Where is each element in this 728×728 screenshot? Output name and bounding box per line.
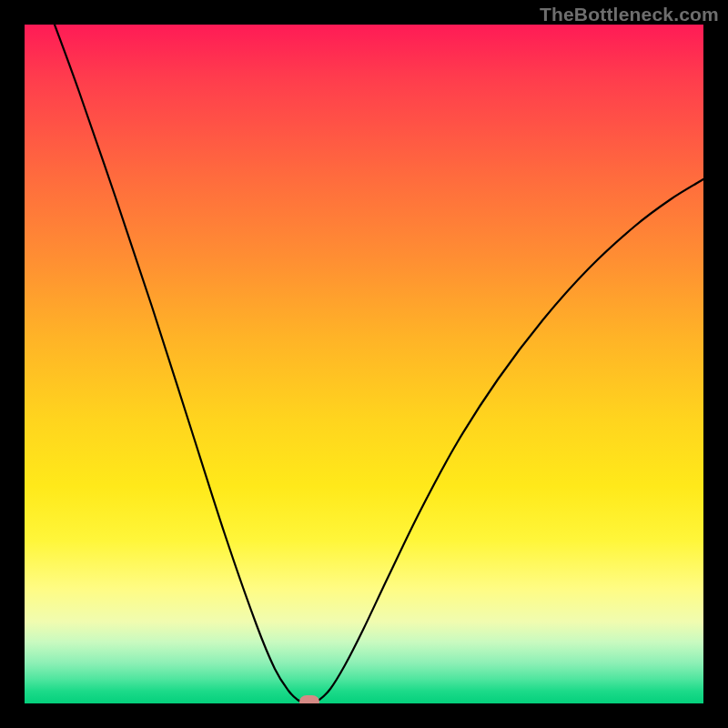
watermark-text: TheBottleneck.com (540, 4, 719, 25)
bottleneck-curve (25, 25, 703, 703)
chart-frame (25, 25, 703, 703)
optimal-point-marker (299, 695, 319, 703)
